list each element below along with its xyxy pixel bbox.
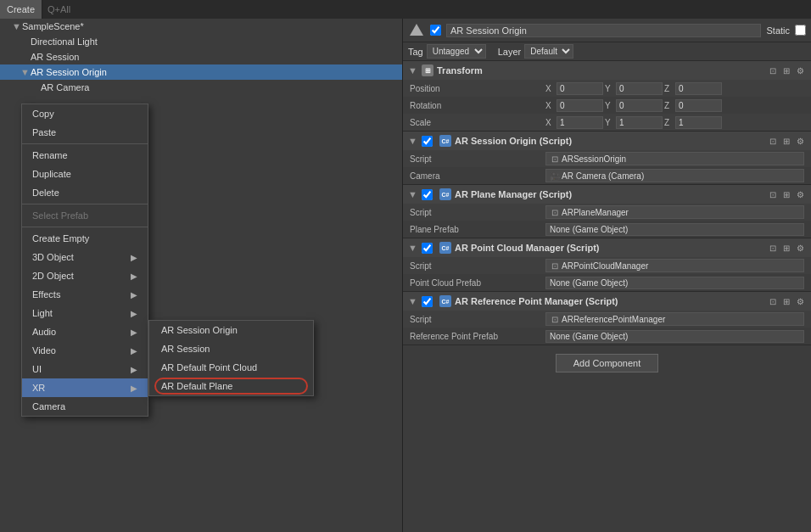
hierarchy-item-ar-session-origin[interactable]: ▼ AR Session Origin — [0, 64, 402, 80]
scale-z-input[interactable] — [675, 116, 722, 129]
inspector-header: Static — [403, 19, 811, 42]
ctx-camera[interactable]: Camera — [22, 397, 148, 416]
hierarchy-item-ar-session[interactable]: AR Session — [0, 49, 402, 64]
ctx-ui[interactable]: UI ▶ — [22, 360, 148, 378]
search-input[interactable] — [42, 0, 811, 19]
position-z-input[interactable] — [675, 82, 722, 95]
component-ar-point-cloud-manager-header[interactable]: ▼ C# AR Point Cloud Manager (Script) ⊡ ⊞… — [403, 238, 811, 257]
active-checkbox[interactable] — [430, 25, 441, 36]
plane-prefab-label: Plane Prefab — [410, 225, 545, 234]
xr-ar-session-origin[interactable]: AR Session Origin — [149, 321, 313, 339]
point-cloud-prefab-value: None (Game Object) — [545, 277, 804, 289]
component-enabled-checkbox[interactable] — [422, 243, 433, 254]
position-x-input[interactable] — [557, 82, 603, 95]
scale-x-group: X — [545, 116, 603, 129]
settings-icon-2[interactable]: ⊞ — [780, 188, 792, 200]
ctx-copy[interactable]: Copy — [22, 104, 148, 123]
settings-icons: ⊡ ⊞ ⚙ — [767, 135, 806, 147]
tag-select[interactable]: Untagged — [427, 44, 486, 59]
hierarchy-label: SampleScene* — [22, 21, 84, 31]
component-ar-point-cloud-manager: ▼ C# AR Point Cloud Manager (Script) ⊡ ⊞… — [403, 238, 811, 292]
component-ar-reference-point-manager-header[interactable]: ▼ C# AR Reference Point Manager (Script)… — [403, 292, 811, 311]
ctx-3d-object[interactable]: 3D Object ▶ — [22, 248, 148, 266]
script-label: Script — [410, 315, 545, 324]
scale-x-input[interactable] — [557, 116, 603, 129]
x-label: X — [545, 118, 556, 127]
rotation-z-input[interactable] — [675, 99, 722, 112]
hierarchy-item-directional-light[interactable]: Directional Light — [0, 34, 402, 49]
component-enabled-checkbox[interactable] — [422, 296, 433, 307]
settings-icon-2[interactable]: ⊞ — [780, 242, 792, 254]
settings-icon-3[interactable]: ⚙ — [794, 242, 806, 254]
ctx-separator-2 — [22, 204, 148, 204]
reference-point-prefab-row: Reference Point Prefab None (Game Object… — [403, 328, 811, 344]
settings-icon-3[interactable]: ⚙ — [794, 64, 806, 76]
scale-y-input[interactable] — [616, 116, 663, 129]
camera-icon: 🎥 — [550, 171, 560, 181]
ctx-rename[interactable]: Rename — [22, 146, 148, 165]
settings-icon-1[interactable]: ⊡ — [767, 64, 779, 76]
rotation-x-input[interactable] — [557, 99, 603, 112]
create-button[interactable]: Create — [0, 0, 42, 19]
settings-icon-3[interactable]: ⚙ — [794, 135, 806, 147]
ctx-audio[interactable]: Audio ▶ — [22, 322, 148, 341]
rotation-y-input[interactable] — [616, 99, 663, 112]
settings-icons: ⊡ ⊞ ⚙ — [767, 188, 806, 200]
settings-icons: ⊡ ⊞ ⚙ — [767, 242, 806, 254]
script-row: Script ⊡ ARPointCloudManager — [403, 257, 811, 274]
component-ar-reference-point-manager: ▼ C# AR Reference Point Manager (Script)… — [403, 292, 811, 345]
submenu-arrow: ▶ — [131, 328, 137, 337]
hierarchy-item-ar-camera[interactable]: AR Camera — [0, 80, 402, 95]
submenu-arrow: ▶ — [131, 384, 137, 393]
settings-icon-3[interactable]: ⚙ — [794, 295, 806, 307]
script-row: Script ⊡ ARSessionOrigin — [403, 150, 811, 167]
ctx-effects[interactable]: Effects ▶ — [22, 285, 148, 304]
component-ar-plane-manager: ▼ C# AR Plane Manager (Script) ⊡ ⊞ ⚙ Scr… — [403, 185, 811, 238]
script-value: ⊡ ARSessionOrigin — [545, 152, 804, 165]
script-file-icon: ⊡ — [550, 154, 560, 164]
settings-icon-2[interactable]: ⊞ — [780, 295, 792, 307]
x-label: X — [545, 101, 556, 110]
ctx-2d-object[interactable]: 2D Object ▶ — [22, 266, 148, 285]
settings-icon-1[interactable]: ⊡ — [767, 135, 779, 147]
settings-icon-1[interactable]: ⊡ — [767, 242, 779, 254]
xr-ar-default-plane[interactable]: AR Default Plane — [149, 377, 313, 395]
settings-icon-2[interactable]: ⊞ — [780, 135, 792, 147]
ctx-xr[interactable]: XR ▶ — [22, 378, 148, 397]
collapse-arrow: ▼ — [408, 296, 417, 306]
z-label: Z — [664, 84, 674, 93]
ctx-duplicate[interactable]: Duplicate — [22, 165, 148, 183]
z-label: Z — [664, 118, 674, 127]
add-component-button[interactable]: Add Component — [556, 354, 659, 372]
ctx-paste[interactable]: Paste — [22, 123, 148, 142]
plane-prefab-value: None (Game Object) — [545, 223, 804, 236]
script-row: Script ⊡ ARReferencePointManager — [403, 311, 811, 328]
component-ar-plane-manager-header[interactable]: ▼ C# AR Plane Manager (Script) ⊡ ⊞ ⚙ — [403, 185, 811, 204]
inspector-title-input[interactable] — [446, 24, 761, 37]
ctx-create-empty[interactable]: Create Empty — [22, 229, 148, 248]
hierarchy-label: AR Camera — [41, 82, 89, 92]
component-name: AR Reference Point Manager (Script) — [455, 296, 763, 306]
xr-ar-session[interactable]: AR Session — [149, 339, 313, 358]
hierarchy-item-samplescene[interactable]: ▼ SampleScene* — [0, 19, 402, 34]
settings-icon-2[interactable]: ⊞ — [780, 64, 792, 76]
script-value: ⊡ ARPlaneManager — [545, 205, 804, 219]
settings-icon-1[interactable]: ⊡ — [767, 188, 779, 200]
component-transform-header[interactable]: ▼ ⊞ Transform ⊡ ⊞ ⚙ — [403, 61, 811, 80]
settings-icon-1[interactable]: ⊡ — [767, 295, 779, 307]
component-ar-session-origin-header[interactable]: ▼ C# AR Session Origin (Script) ⊡ ⊞ ⚙ — [403, 132, 811, 150]
hierarchy-label: AR Session Origin — [31, 67, 107, 77]
position-y-input[interactable] — [616, 82, 663, 95]
ctx-video[interactable]: Video ▶ — [22, 341, 148, 360]
collapse-arrow: ▼ — [408, 243, 417, 253]
settings-icon-3[interactable]: ⚙ — [794, 188, 806, 200]
layer-select[interactable]: Default — [524, 44, 573, 59]
static-checkbox[interactable] — [795, 25, 806, 36]
ctx-delete[interactable]: Delete — [22, 183, 148, 202]
component-enabled-checkbox[interactable] — [422, 189, 433, 200]
ctx-light[interactable]: Light ▶ — [22, 304, 148, 322]
y-label: Y — [605, 84, 615, 93]
xr-ar-default-point-cloud[interactable]: AR Default Point Cloud — [149, 358, 313, 377]
svg-marker-0 — [410, 24, 423, 36]
component-enabled-checkbox[interactable] — [422, 136, 433, 147]
